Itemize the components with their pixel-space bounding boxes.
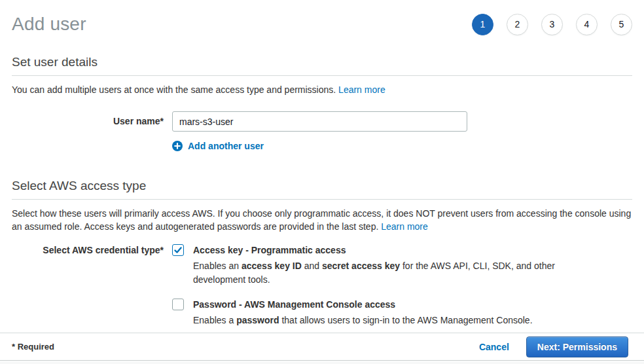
- next-permissions-button[interactable]: Next: Permissions: [526, 337, 628, 357]
- username-input[interactable]: [172, 111, 467, 132]
- credential-type-row: Select AWS credential type* Access key -…: [12, 244, 632, 327]
- username-label: User name*: [12, 111, 164, 132]
- step-4[interactable]: 4: [576, 14, 598, 35]
- wizard-step-indicator: 1 2 3 4 5: [472, 14, 632, 35]
- access-type-heading: Select AWS access type: [12, 179, 632, 200]
- step-2[interactable]: 2: [507, 14, 528, 35]
- user-details-intro-text: You can add multiple users at once with …: [12, 84, 338, 95]
- credential-type-label: Select AWS credential type*: [12, 244, 164, 327]
- page-bottom-strip: [0, 361, 644, 364]
- step-3[interactable]: 3: [541, 14, 563, 35]
- page-title: Add user: [12, 14, 86, 35]
- section-access-type: Select AWS access type Select how these …: [12, 179, 632, 327]
- password-option-desc: Enables a password that allows users to …: [193, 314, 533, 327]
- password-option-title: Password - AWS Management Console access: [193, 299, 533, 310]
- wizard-header: Add user 1 2 3 4 5: [12, 0, 632, 38]
- section-user-details: Set user details You can add multiple us…: [12, 55, 632, 151]
- checkmark-icon: [174, 246, 182, 254]
- cancel-button[interactable]: Cancel: [479, 342, 509, 352]
- add-another-user-label: Add another user: [188, 141, 264, 151]
- option-access-key: Access key - Programmatic access Enables…: [172, 244, 563, 287]
- add-another-user-button[interactable]: Add another user: [172, 141, 264, 151]
- required-note: * Required: [12, 342, 54, 352]
- user-details-intro: You can add multiple users at once with …: [12, 83, 632, 96]
- access-type-intro: Select how these users will primarily ac…: [12, 207, 632, 233]
- option-password: Password - AWS Management Console access…: [172, 299, 563, 327]
- plus-circle-icon: [172, 141, 183, 151]
- access-key-checkbox[interactable]: [172, 244, 184, 256]
- step-1[interactable]: 1: [472, 14, 493, 35]
- password-checkbox[interactable]: [172, 299, 184, 310]
- access-type-learn-more-link[interactable]: Learn more: [381, 221, 428, 232]
- user-details-heading: Set user details: [12, 55, 632, 76]
- step-5[interactable]: 5: [611, 14, 632, 35]
- username-row: User name*: [12, 111, 632, 132]
- access-key-option-title: Access key - Programmatic access: [193, 244, 563, 256]
- access-type-intro-text: Select how these users will primarily ac…: [12, 208, 631, 232]
- wizard-footer: * Required Cancel Next: Permissions: [0, 333, 644, 361]
- user-details-learn-more-link[interactable]: Learn more: [338, 84, 385, 95]
- access-key-option-desc: Enables an access key ID and secret acce…: [193, 259, 563, 287]
- add-user-wizard: Add user 1 2 3 4 5 Set user details You …: [0, 0, 644, 327]
